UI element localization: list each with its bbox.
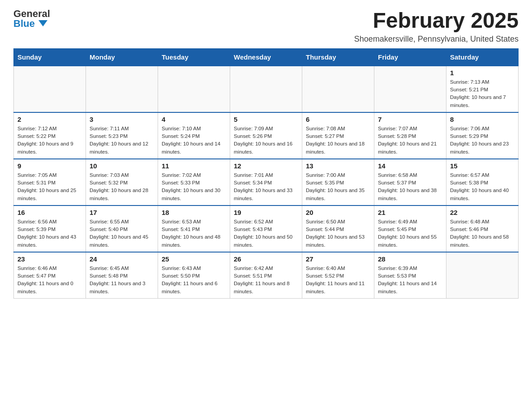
calendar-cell: 19Sunrise: 6:52 AMSunset: 5:43 PMDayligh… (230, 206, 302, 252)
calendar-cell: 5Sunrise: 7:09 AMSunset: 5:26 PMDaylight… (230, 112, 302, 159)
calendar-cell: 12Sunrise: 7:01 AMSunset: 5:34 PMDayligh… (230, 159, 302, 206)
calendar-cell: 20Sunrise: 6:50 AMSunset: 5:44 PMDayligh… (302, 206, 374, 252)
calendar-week-row: 16Sunrise: 6:56 AMSunset: 5:39 PMDayligh… (14, 206, 519, 252)
title-block: February 2025 Shoemakersville, Pennsylva… (354, 9, 519, 44)
day-info: Sunrise: 7:12 AMSunset: 5:22 PMDaylight:… (17, 125, 82, 156)
day-info: Sunrise: 6:43 AMSunset: 5:50 PMDaylight:… (162, 265, 226, 295)
calendar-cell: 24Sunrise: 6:45 AMSunset: 5:48 PMDayligh… (86, 252, 158, 299)
calendar-table: SundayMondayTuesdayWednesdayThursdayFrid… (13, 48, 519, 299)
day-number: 7 (378, 116, 442, 123)
calendar-cell: 9Sunrise: 7:05 AMSunset: 5:31 PMDaylight… (14, 159, 86, 206)
day-info: Sunrise: 6:56 AMSunset: 5:39 PMDaylight:… (17, 218, 82, 249)
calendar-cell: 11Sunrise: 7:02 AMSunset: 5:33 PMDayligh… (158, 159, 230, 206)
calendar-cell: 4Sunrise: 7:10 AMSunset: 5:24 PMDaylight… (158, 112, 230, 159)
day-info: Sunrise: 6:53 AMSunset: 5:41 PMDaylight:… (162, 218, 226, 249)
day-info: Sunrise: 6:42 AMSunset: 5:51 PMDaylight:… (234, 265, 298, 295)
logo-blue-text: Blue (13, 19, 50, 29)
day-number: 13 (306, 162, 370, 170)
day-info: Sunrise: 7:02 AMSunset: 5:33 PMDaylight:… (162, 171, 226, 202)
day-info: Sunrise: 7:00 AMSunset: 5:35 PMDaylight:… (306, 171, 370, 202)
calendar-week-row: 2Sunrise: 7:12 AMSunset: 5:22 PMDaylight… (14, 112, 519, 159)
day-number: 21 (378, 209, 442, 216)
page-header: General Blue February 2025 Shoemakersvil… (13, 9, 519, 44)
day-of-week-header: Thursday (302, 48, 374, 66)
day-number: 1 (450, 69, 515, 77)
calendar-cell: 26Sunrise: 6:42 AMSunset: 5:51 PMDayligh… (230, 252, 302, 299)
day-info: Sunrise: 7:01 AMSunset: 5:34 PMDaylight:… (234, 171, 298, 202)
day-number: 6 (306, 116, 370, 123)
day-info: Sunrise: 6:39 AMSunset: 5:53 PMDaylight:… (378, 265, 442, 295)
day-info: Sunrise: 6:50 AMSunset: 5:44 PMDaylight:… (306, 218, 370, 249)
calendar-cell: 2Sunrise: 7:12 AMSunset: 5:22 PMDaylight… (14, 112, 86, 159)
calendar-cell (230, 66, 302, 112)
day-number: 22 (450, 209, 515, 216)
day-info: Sunrise: 7:10 AMSunset: 5:24 PMDaylight:… (162, 125, 226, 156)
day-info: Sunrise: 7:08 AMSunset: 5:27 PMDaylight:… (306, 125, 370, 156)
day-info: Sunrise: 6:48 AMSunset: 5:46 PMDaylight:… (450, 218, 515, 249)
logo: General Blue (13, 9, 50, 29)
day-info: Sunrise: 6:58 AMSunset: 5:37 PMDaylight:… (378, 171, 442, 202)
day-number: 8 (450, 116, 515, 123)
logo-general-text: General (13, 9, 50, 19)
day-number: 12 (234, 162, 298, 170)
calendar-cell: 28Sunrise: 6:39 AMSunset: 5:53 PMDayligh… (374, 252, 446, 299)
calendar-cell: 7Sunrise: 7:07 AMSunset: 5:28 PMDaylight… (374, 112, 446, 159)
calendar-cell (14, 66, 86, 112)
day-info: Sunrise: 7:07 AMSunset: 5:28 PMDaylight:… (378, 125, 442, 156)
day-info: Sunrise: 7:11 AMSunset: 5:23 PMDaylight:… (90, 125, 154, 156)
calendar-cell: 18Sunrise: 6:53 AMSunset: 5:41 PMDayligh… (158, 206, 230, 252)
day-number: 25 (162, 255, 226, 263)
calendar-cell: 27Sunrise: 6:40 AMSunset: 5:52 PMDayligh… (302, 252, 374, 299)
calendar-cell: 21Sunrise: 6:49 AMSunset: 5:45 PMDayligh… (374, 206, 446, 252)
calendar-cell: 14Sunrise: 6:58 AMSunset: 5:37 PMDayligh… (374, 159, 446, 206)
calendar-cell (158, 66, 230, 112)
calendar-cell (446, 252, 519, 299)
calendar-header-row: SundayMondayTuesdayWednesdayThursdayFrid… (14, 48, 519, 66)
calendar-cell: 15Sunrise: 6:57 AMSunset: 5:38 PMDayligh… (446, 159, 519, 206)
day-number: 26 (234, 255, 298, 263)
day-number: 19 (234, 209, 298, 216)
day-number: 2 (17, 116, 82, 123)
day-number: 4 (162, 116, 226, 123)
calendar-week-row: 9Sunrise: 7:05 AMSunset: 5:31 PMDaylight… (14, 159, 519, 206)
day-info: Sunrise: 6:55 AMSunset: 5:40 PMDaylight:… (90, 218, 154, 249)
month-title: February 2025 (354, 9, 519, 33)
day-info: Sunrise: 7:03 AMSunset: 5:32 PMDaylight:… (90, 171, 154, 202)
day-number: 16 (17, 209, 82, 216)
day-number: 24 (90, 255, 154, 263)
day-number: 23 (17, 255, 82, 263)
day-info: Sunrise: 6:40 AMSunset: 5:52 PMDaylight:… (306, 265, 370, 295)
calendar-cell (302, 66, 374, 112)
day-number: 20 (306, 209, 370, 216)
day-of-week-header: Saturday (446, 48, 519, 66)
calendar-cell: 13Sunrise: 7:00 AMSunset: 5:35 PMDayligh… (302, 159, 374, 206)
calendar-cell: 8Sunrise: 7:06 AMSunset: 5:29 PMDaylight… (446, 112, 519, 159)
day-info: Sunrise: 6:52 AMSunset: 5:43 PMDaylight:… (234, 218, 298, 249)
day-number: 14 (378, 162, 442, 170)
day-of-week-header: Sunday (14, 48, 86, 66)
day-number: 27 (306, 255, 370, 263)
day-info: Sunrise: 7:06 AMSunset: 5:29 PMDaylight:… (450, 125, 515, 156)
calendar-cell: 23Sunrise: 6:46 AMSunset: 5:47 PMDayligh… (14, 252, 86, 299)
day-info: Sunrise: 7:05 AMSunset: 5:31 PMDaylight:… (17, 171, 82, 202)
day-info: Sunrise: 6:49 AMSunset: 5:45 PMDaylight:… (378, 218, 442, 249)
calendar-cell: 6Sunrise: 7:08 AMSunset: 5:27 PMDaylight… (302, 112, 374, 159)
day-number: 3 (90, 116, 154, 123)
day-of-week-header: Tuesday (158, 48, 230, 66)
day-info: Sunrise: 6:46 AMSunset: 5:47 PMDaylight:… (17, 265, 82, 295)
day-number: 11 (162, 162, 226, 170)
day-of-week-header: Wednesday (230, 48, 302, 66)
day-number: 5 (234, 116, 298, 123)
calendar-cell: 16Sunrise: 6:56 AMSunset: 5:39 PMDayligh… (14, 206, 86, 252)
calendar-week-row: 23Sunrise: 6:46 AMSunset: 5:47 PMDayligh… (14, 252, 519, 299)
day-number: 10 (90, 162, 154, 170)
day-number: 28 (378, 255, 442, 263)
day-of-week-header: Monday (86, 48, 158, 66)
location-text: Shoemakersville, Pennsylvania, United St… (354, 34, 519, 44)
calendar-cell: 25Sunrise: 6:43 AMSunset: 5:50 PMDayligh… (158, 252, 230, 299)
calendar-cell (86, 66, 158, 112)
day-number: 15 (450, 162, 515, 170)
calendar-cell (374, 66, 446, 112)
day-info: Sunrise: 7:13 AMSunset: 5:21 PMDaylight:… (450, 78, 515, 109)
day-number: 18 (162, 209, 226, 216)
